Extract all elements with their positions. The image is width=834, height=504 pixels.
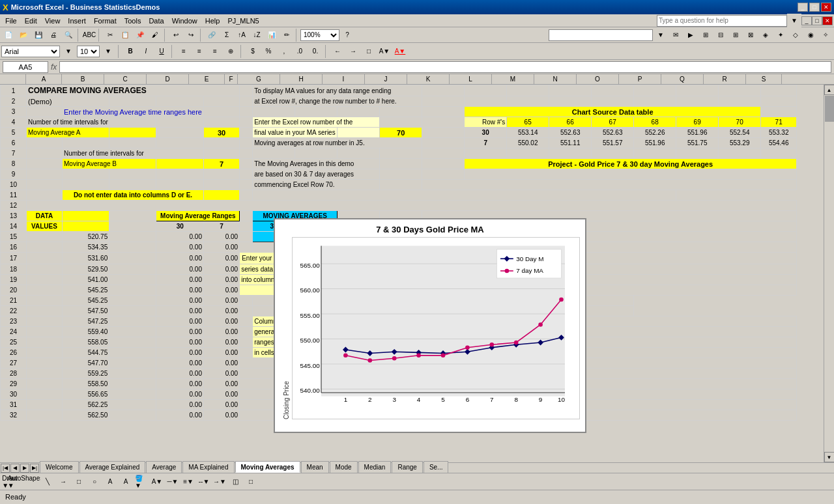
format-icon1[interactable]: ⊞ <box>698 28 713 42</box>
draw-ellipse[interactable]: ○ <box>87 475 102 489</box>
cell-d27[interactable]: 0.00 <box>156 358 204 369</box>
cell-b28[interactable]: 559.25 <box>63 369 109 379</box>
cell-b11[interactable]: Do not enter data into columns D or E. <box>63 190 204 201</box>
cell-e22[interactable]: 0.00 <box>203 306 239 316</box>
help-icon[interactable]: ? <box>340 28 354 42</box>
cell-m5[interactable]: 553.14 <box>507 128 549 138</box>
cell-b16[interactable]: 534.35 <box>63 242 109 253</box>
cell-e29[interactable]: 0.00 <box>203 379 239 389</box>
col-header-r[interactable]: R <box>704 74 746 84</box>
format-icon7[interactable]: ◇ <box>788 28 803 42</box>
cell-a14[interactable]: VALUES <box>27 221 63 232</box>
font-color2[interactable]: A▼ <box>150 475 164 489</box>
app-close[interactable]: ✕ <box>822 16 833 25</box>
vertical-scrollbar[interactable]: ▲ ▼ <box>824 85 834 462</box>
print-preview[interactable]: 🔍 <box>61 28 76 42</box>
cell-q4[interactable]: 69 <box>676 117 719 128</box>
cell-j5[interactable]: 70 <box>380 128 422 138</box>
maximize-button[interactable]: □ <box>809 3 820 12</box>
name-box[interactable] <box>3 61 48 73</box>
cell-b17[interactable]: 531.60 <box>63 253 109 264</box>
cell-n4[interactable]: 66 <box>549 117 592 128</box>
menu-pj[interactable]: PJ_MLN5 <box>223 16 263 26</box>
cell-l6[interactable]: 7 <box>465 138 507 148</box>
formula-input[interactable] <box>59 61 831 73</box>
font-size-select[interactable]: 10 8 12 <box>77 46 100 57</box>
menu-view[interactable]: View <box>41 16 65 26</box>
col-header-o[interactable]: O <box>577 74 619 84</box>
underline-button[interactable]: U <box>154 44 169 59</box>
increase-indent[interactable]: → <box>346 44 360 59</box>
menu-data[interactable]: Data <box>145 16 167 26</box>
cell-l8[interactable]: Project - Gold Price 7 & 30 day Moving A… <box>465 159 797 169</box>
menu-window[interactable]: Window <box>168 16 201 26</box>
col-header-k[interactable]: K <box>407 74 450 84</box>
cell-p6[interactable]: 551.96 <box>634 138 676 148</box>
cell-o5[interactable]: 552.63 <box>592 128 634 138</box>
tab-average-explained[interactable]: Average Explained <box>79 461 146 473</box>
cell-e26[interactable]: 0.00 <box>203 348 239 358</box>
cell-b21[interactable]: 545.25 <box>63 296 109 306</box>
cell-e25[interactable]: 0.00 <box>203 337 239 348</box>
cell-o4[interactable]: 67 <box>592 117 634 128</box>
cell-b3[interactable]: Enter the Moving Average time ranges her… <box>63 107 204 117</box>
cell-a2[interactable]: (Demo) <box>27 96 63 107</box>
cell-o6[interactable]: 551.57 <box>592 138 634 148</box>
cell-n5[interactable]: 552.63 <box>549 128 592 138</box>
menu-file[interactable]: File <box>1 16 21 26</box>
cell-d24[interactable]: 0.00 <box>156 327 204 337</box>
cell-e32[interactable]: 0.00 <box>203 410 239 421</box>
zoom-select[interactable]: 100% 75% 50% <box>300 29 339 41</box>
chart-wizard[interactable]: 📊 <box>265 28 279 42</box>
auto-shapes[interactable]: AutoShapes ▼ <box>18 475 33 489</box>
tab-range[interactable]: Range <box>392 461 422 473</box>
arrow-style[interactable]: →▼ <box>212 475 227 489</box>
draw-arrow[interactable]: → <box>56 475 70 489</box>
col-header-j[interactable]: J <box>365 74 407 84</box>
format-icon3[interactable]: ⊞ <box>728 28 743 42</box>
cell-b7[interactable]: Number of time intervals for <box>63 148 204 159</box>
cell-b26[interactable]: 544.75 <box>63 348 109 358</box>
cell-d13[interactable]: Moving Average Ranges <box>156 211 240 221</box>
tab-nav-last[interactable]: ▶| <box>30 464 39 473</box>
cell-b32[interactable]: 562.50 <box>63 410 109 421</box>
cell-d18[interactable]: 0.00 <box>156 264 204 275</box>
autosum[interactable]: Σ <box>220 28 234 42</box>
tab-welcome[interactable]: Welcome <box>40 461 79 473</box>
email-button[interactable]: ✉ <box>669 28 683 42</box>
tab-mode[interactable]: Mode <box>330 461 358 473</box>
cell-b29[interactable]: 558.50 <box>63 379 109 389</box>
italic-button[interactable]: I <box>139 44 153 59</box>
cell-d28[interactable]: 0.00 <box>156 369 204 379</box>
cell-d15[interactable]: 0.00 <box>156 232 204 242</box>
cell-n6[interactable]: 551.11 <box>549 138 592 148</box>
cell-a1[interactable]: COMPARE MOVING AVERAGES <box>27 85 240 96</box>
col-header-b[interactable]: B <box>62 74 104 84</box>
scroll-up-button[interactable]: ▲ <box>824 85 835 95</box>
cell-e19[interactable]: 0.00 <box>203 275 239 285</box>
line-color[interactable]: ─▼ <box>165 475 180 489</box>
cell-q6[interactable]: 551.75 <box>676 138 719 148</box>
copy-button[interactable]: 📋 <box>118 28 132 42</box>
font-name-arrow[interactable]: ▼ <box>61 44 76 59</box>
tab-nav-first[interactable]: |◀ <box>1 464 10 473</box>
cell-d14[interactable]: 30 <box>156 221 204 232</box>
app-minimize[interactable]: _ <box>801 16 812 25</box>
cell-g8[interactable]: The Moving Averages in this demo <box>253 159 380 169</box>
draw-wordart[interactable]: A <box>119 475 133 489</box>
cell-g2[interactable]: at Excel row #, change the row number to… <box>253 96 422 107</box>
col-header-q[interactable]: Q <box>661 74 704 84</box>
align-center[interactable]: ≡ <box>192 44 207 59</box>
name-range-input[interactable] <box>549 29 653 41</box>
spell-check[interactable]: ABC <box>82 28 96 42</box>
cell-e16[interactable]: 0.00 <box>203 242 239 253</box>
font-size-arrow[interactable]: ▼ <box>101 44 115 59</box>
sort-desc[interactable]: ↓Z <box>250 28 264 42</box>
cell-e18[interactable]: 0.00 <box>203 264 239 275</box>
menu-tools[interactable]: Tools <box>121 16 145 26</box>
cell-m6[interactable]: 550.02 <box>507 138 549 148</box>
chart-area[interactable]: 7 & 30 Days Gold Price MA Closing Price … <box>274 218 586 433</box>
cell-s4[interactable]: 71 <box>761 117 797 128</box>
tab-nav-prev[interactable]: ◀ <box>10 464 20 473</box>
cell-e14[interactable]: 7 <box>203 221 239 232</box>
